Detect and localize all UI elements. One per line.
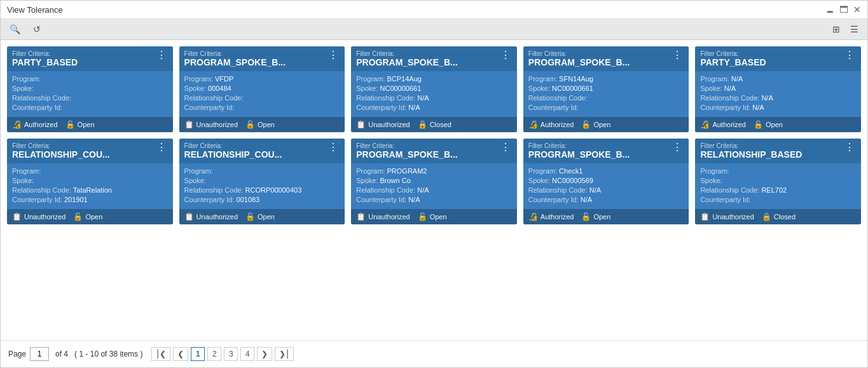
card-menu-button-9[interactable]: ⋮ (843, 142, 856, 153)
auth-status-6[interactable]: 📋 Unauthorized (184, 212, 238, 221)
grid-view-button[interactable]: ⊞ (830, 23, 843, 36)
cards-content: Filter Criteria: PARTY_BASED ⋮ Program: … (1, 40, 867, 340)
card-menu-button-3[interactable]: ⋮ (671, 50, 684, 60)
close-button[interactable]: ✕ (853, 4, 861, 15)
card-menu-button-6[interactable]: ⋮ (327, 142, 340, 153)
cards-grid: Filter Criteria: PARTY_BASED ⋮ Program: … (7, 46, 861, 224)
card-body-7: Program: PROGRAM2 Spoke: Brown Co Relati… (351, 163, 517, 209)
card-9: Filter Criteria: RELATIONSHIP_BASED ⋮ Pr… (695, 139, 861, 224)
spoke-field-7: Spoke: Brown Co (356, 177, 512, 184)
lock-status-3[interactable]: 🔓 Open (581, 120, 610, 129)
lock-label-5: Open (85, 213, 102, 221)
program-field-5: Program: (12, 167, 168, 175)
page-3-button[interactable]: 3 (224, 347, 238, 361)
card-title-2: PROGRAM_SPOKE_B... (356, 57, 457, 67)
auth-status-0[interactable]: 🔏 Authorized (12, 120, 58, 129)
counterparty-field-4: Counterparty Id: N/A (700, 104, 856, 111)
card-menu-button-4[interactable]: ⋮ (843, 50, 856, 60)
card-menu-button-1[interactable]: ⋮ (327, 50, 340, 60)
first-page-button[interactable]: ⎮❮ (151, 347, 170, 361)
spoke-value-3: NC00000661 (552, 85, 593, 92)
page-4-button[interactable]: 4 (240, 347, 254, 361)
program-value-7: PROGRAM2 (387, 167, 427, 175)
spoke-field-4: Spoke: N/A (700, 85, 856, 92)
refresh-button[interactable]: ↺ (31, 23, 43, 36)
toolbar: 🔍 ↺ ⊞ ☰ (1, 19, 867, 40)
card-header-6: Filter Criteria: RELATIONSHIP_COU... ⋮ (179, 139, 345, 163)
counterparty-field-7: Counterparty Id: N/A (356, 196, 512, 203)
spoke-value-1: 000484 (208, 85, 231, 92)
card-title-1: PROGRAM_SPOKE_B... (184, 57, 286, 67)
minimize-button[interactable]: 🗕 (825, 4, 834, 15)
auth-status-1[interactable]: 📋 Unauthorized (184, 120, 238, 129)
card-title-3: PROGRAM_SPOKE_B... (528, 57, 630, 67)
program-value-8: Check1 (559, 167, 582, 175)
window-title: View Tolerance (7, 5, 63, 15)
spoke-value-4: N/A (724, 85, 736, 92)
lock-label-2: Closed (430, 121, 451, 128)
spoke-field-0: Spoke: (12, 85, 168, 92)
page-input[interactable] (30, 347, 49, 361)
prev-page-button[interactable]: ❮ (173, 347, 188, 361)
page-1-button[interactable]: 1 (191, 347, 205, 361)
auth-status-5[interactable]: 📋 Unauthorized (12, 212, 65, 221)
lock-status-5[interactable]: 🔓 Open (73, 212, 102, 221)
rel-code-field-3: Relationship Code: (528, 94, 684, 102)
card-header-5: Filter Criteria: RELATIONSHIP_COU... ⋮ (7, 139, 173, 163)
rel-code-value-7: N/A (417, 186, 429, 194)
filter-label-2: Filter Criteria: (356, 50, 457, 57)
card-footer-3: 🔏 Authorized 🔓 Open (523, 117, 689, 132)
rel-code-field-0: Relationship Code: (12, 94, 168, 102)
lock-status-8[interactable]: 🔓 Open (581, 212, 610, 221)
search-button[interactable]: 🔍 (7, 23, 23, 36)
card-menu-button-7[interactable]: ⋮ (499, 142, 512, 153)
counterparty-value-4: N/A (752, 104, 764, 111)
card-menu-button-5[interactable]: ⋮ (155, 142, 168, 153)
program-field-7: Program: PROGRAM2 (356, 167, 512, 175)
counterparty-value-2: N/A (408, 104, 420, 111)
lock-status-7[interactable]: 🔓 Open (418, 212, 447, 221)
counterparty-value-7: N/A (408, 196, 420, 203)
lock-status-0[interactable]: 🔓 Open (65, 120, 95, 129)
lock-label-1: Open (258, 121, 275, 128)
auth-label-8: Authorized (541, 213, 574, 221)
lock-status-9[interactable]: 🔒 Closed (762, 212, 796, 221)
lock-label-9: Closed (774, 213, 796, 221)
card-menu-button-2[interactable]: ⋮ (499, 50, 512, 60)
lock-icon-3: 🔓 (581, 120, 591, 129)
lock-status-1[interactable]: 🔓 Open (245, 120, 275, 129)
maximize-button[interactable]: 🗖 (839, 4, 848, 15)
counterparty-field-1: Counterparty Id: (184, 104, 340, 111)
auth-label-1: Unauthorized (196, 121, 238, 128)
counterparty-field-8: Counterparty Id: N/A (528, 196, 684, 203)
page-2-button[interactable]: 2 (207, 347, 221, 361)
card-body-8: Program: Check1 Spoke: NC00000569 Relati… (523, 163, 689, 209)
auth-icon-6: 📋 (184, 212, 194, 221)
lock-status-6[interactable]: 🔓 Open (245, 212, 275, 221)
spoke-value-8: NC00000569 (552, 177, 593, 184)
auth-status-4[interactable]: 🔏 Authorized (700, 120, 746, 129)
program-field-3: Program: SFN14Aug (528, 75, 684, 83)
auth-status-9[interactable]: 📋 Unauthorized (700, 212, 754, 221)
auth-label-6: Unauthorized (196, 213, 238, 221)
next-page-button[interactable]: ❯ (257, 347, 272, 361)
counterparty-value-6: 001083 (237, 196, 260, 203)
menu-button[interactable]: ☰ (848, 23, 861, 36)
pagination: Page of 4 ( 1 - 10 of 38 items ) ⎮❮ ❮ 1 … (1, 340, 867, 367)
lock-label-8: Open (593, 213, 610, 221)
last-page-button[interactable]: ❯⎮ (275, 347, 294, 361)
items-info: ( 1 - 10 of 38 items ) (74, 350, 142, 358)
lock-icon-7: 🔓 (418, 212, 427, 221)
auth-status-7[interactable]: 📋 Unauthorized (356, 212, 410, 221)
auth-label-7: Unauthorized (368, 213, 410, 221)
auth-status-3[interactable]: 🔏 Authorized (528, 120, 574, 129)
lock-status-4[interactable]: 🔓 Open (754, 120, 783, 129)
card-menu-button-0[interactable]: ⋮ (155, 50, 168, 60)
spoke-field-5: Spoke: (12, 177, 168, 184)
card-body-9: Program: Spoke: Relationship Code: REL70… (695, 163, 861, 209)
card-menu-button-8[interactable]: ⋮ (671, 142, 684, 153)
auth-status-2[interactable]: 📋 Unauthorized (356, 120, 410, 129)
lock-status-2[interactable]: 🔒 Closed (418, 120, 451, 129)
rel-code-field-2: Relationship Code: N/A (356, 94, 512, 102)
auth-status-8[interactable]: 🔏 Authorized (528, 212, 574, 221)
